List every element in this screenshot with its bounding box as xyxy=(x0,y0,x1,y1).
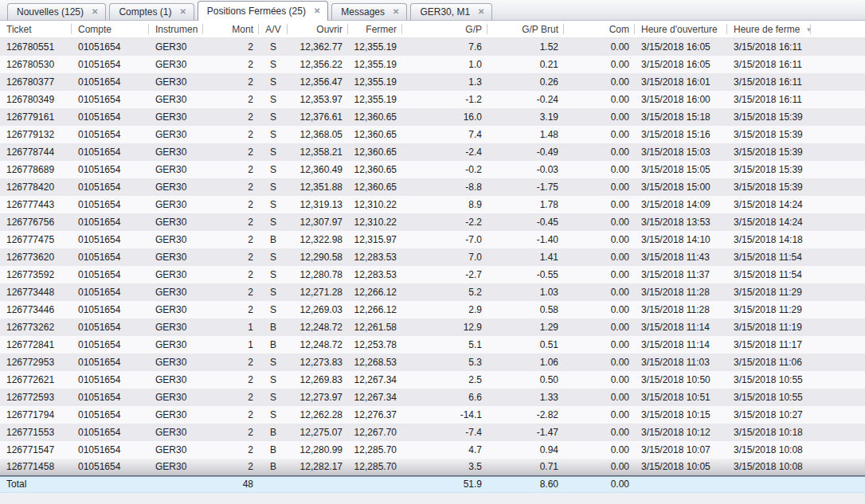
cell-av: B xyxy=(259,441,288,459)
cell-av: S xyxy=(259,371,288,389)
cell-instrument: GER30 xyxy=(149,406,203,424)
cell-com: 0.00 xyxy=(564,301,635,318)
column-header-compte[interactable]: Compte xyxy=(72,21,149,37)
cell-fermer: 12,267.34 xyxy=(348,389,402,406)
table-row[interactable]: 12677362001051654GER302S12,290.5812,283.… xyxy=(0,248,865,266)
column-header-gp_brut[interactable]: G/P Brut xyxy=(487,21,564,37)
cell-gp_brut: 0.50 xyxy=(487,371,564,389)
table-row[interactable]: 12677913201051654GER302S12,368.0512,360.… xyxy=(0,126,865,143)
cell-gp_brut: 1.41 xyxy=(487,248,564,266)
cell-heure_ferme: 3/15/2018 15:39 xyxy=(727,143,811,161)
tab-positions-fermees[interactable]: Positions Fermées (25)✕ xyxy=(198,1,328,21)
cell-ouvrir: 12,248.72 xyxy=(288,336,348,354)
cell-compte: 01051654 xyxy=(72,178,149,196)
table-row[interactable]: 12677747501051654GER302B12,322.9812,315.… xyxy=(0,231,865,248)
cell-com: 0.00 xyxy=(564,459,635,475)
cell-fermer: 12,360.65 xyxy=(348,108,402,126)
column-header-com[interactable]: Com xyxy=(564,21,635,37)
cell-heure_ferme: 3/15/2018 16:11 xyxy=(727,73,811,91)
cell-compte: 01051654 xyxy=(72,318,149,336)
tab-close-icon[interactable]: ✕ xyxy=(179,8,186,16)
column-header-label: Ouvrir xyxy=(316,24,342,35)
cell-mont: 2 xyxy=(203,38,259,56)
column-header-ticket[interactable]: Ticket xyxy=(0,21,72,37)
column-header-instrument[interactable]: Instrumen xyxy=(149,21,203,37)
tab-close-icon[interactable]: ✕ xyxy=(314,7,320,15)
table-row[interactable]: 12678055101051654GER302S12,362.7712,355.… xyxy=(0,38,865,56)
cell-com: 0.00 xyxy=(564,56,635,73)
table-row[interactable]: 12677868901051654GER302S12,360.4912,360.… xyxy=(0,161,865,178)
cell-mont: 2 xyxy=(203,161,259,178)
column-header-label: Heure d'ouverture xyxy=(641,24,718,35)
table-row[interactable]: 12677259301051654GER302S12,273.9712,267.… xyxy=(0,389,865,406)
cell-instrument: GER30 xyxy=(149,108,203,126)
table-row[interactable]: 12677675601051654GER302S12,307.9712,310.… xyxy=(0,213,865,231)
cell-fermer: 12,360.65 xyxy=(348,143,402,161)
table-row[interactable]: 12677344601051654GER302S12,269.0312,266.… xyxy=(0,301,865,318)
cell-av: S xyxy=(259,91,288,108)
cell-heure_ouverture: 3/15/2018 11:28 xyxy=(635,301,727,318)
cell-mont: 2 xyxy=(203,196,259,213)
column-header-heure_ouverture[interactable]: Heure d'ouverture xyxy=(635,21,727,37)
tab-messages[interactable]: Messages✕ xyxy=(331,3,407,20)
table-row[interactable]: 12677295301051654GER302S12,273.8312,268.… xyxy=(0,354,865,371)
cell-mont: 2 xyxy=(203,424,259,441)
cell-gp_brut: -0.45 xyxy=(487,213,564,231)
table-row[interactable]: 12678037701051654GER302S12,356.4712,355.… xyxy=(0,73,865,91)
tab-close-icon[interactable]: ✕ xyxy=(92,8,98,16)
cell-heure_ouverture: 3/15/2018 10:05 xyxy=(635,459,727,475)
cell-ticket: 126779161 xyxy=(0,108,72,126)
table-row[interactable]: 12678034901051654GER302S12,353.9712,355.… xyxy=(0,91,865,108)
table-row[interactable]: 12677179401051654GER302S12,262.2812,276.… xyxy=(0,406,865,424)
cell-mont: 2 xyxy=(203,143,259,161)
table-row[interactable]: 12677842001051654GER302S12,351.8812,360.… xyxy=(0,178,865,196)
cell-av: S xyxy=(259,108,288,126)
cell-com: 0.00 xyxy=(564,73,635,91)
column-header-heure_ferme[interactable]: Heure de ferme▼ xyxy=(727,21,811,37)
tab-nouvelles[interactable]: Nouvelles (125)✕ xyxy=(7,3,106,20)
cell-compte: 01051654 xyxy=(72,389,149,406)
table-row[interactable]: 12677155301051654GER302B12,275.0712,267.… xyxy=(0,424,865,441)
cell-instrument: GER30 xyxy=(149,301,203,318)
cell-av: B xyxy=(259,424,288,441)
table-row[interactable]: 12677359201051654GER302S12,280.7812,283.… xyxy=(0,266,865,283)
total-cell-compte xyxy=(72,477,149,492)
table-body: 12678055101051654GER302S12,362.7712,355.… xyxy=(0,38,865,476)
cell-gp_brut: -1.47 xyxy=(487,424,564,441)
cell-gp_brut: 1.33 xyxy=(487,389,564,406)
table-row[interactable]: 12677262101051654GER302S12,269.8312,267.… xyxy=(0,371,865,389)
cell-compte: 01051654 xyxy=(72,459,149,475)
column-header-ouvrir[interactable]: Ouvrir xyxy=(288,21,348,37)
tab-ger30-m1[interactable]: GER30, M1✕ xyxy=(410,3,492,20)
tab-close-icon[interactable]: ✕ xyxy=(393,8,399,16)
cell-heure_ouverture: 3/15/2018 11:14 xyxy=(635,336,727,354)
column-header-gp[interactable]: G/P xyxy=(402,21,487,37)
tab-comptes[interactable]: Comptes (1)✕ xyxy=(109,3,194,20)
table-row[interactable]: 12677326201051654GER301B12,248.7212,261.… xyxy=(0,318,865,336)
column-header-av[interactable]: A/V xyxy=(259,21,288,37)
table-row[interactable]: 12677344801051654GER302S12,271.2812,266.… xyxy=(0,283,865,301)
table-row[interactable]: 12677874401051654GER302S12,358.2112,360.… xyxy=(0,143,865,161)
table-row[interactable]: 12677744301051654GER302S12,319.1312,310.… xyxy=(0,196,865,213)
table-row[interactable]: 12677284101051654GER301B12,248.7212,253.… xyxy=(0,336,865,354)
table-row[interactable]: 12677916101051654GER302S12,376.6112,360.… xyxy=(0,108,865,126)
table-row[interactable]: 12677154701051654GER302B12,280.9912,285.… xyxy=(0,441,865,459)
cell-instrument: GER30 xyxy=(149,213,203,231)
total-cell-gp_brut: 8.60 xyxy=(487,477,564,492)
cell-heure_ouverture: 3/15/2018 11:03 xyxy=(635,354,727,371)
cell-heure_ferme: 3/15/2018 11:19 xyxy=(727,318,811,336)
cell-heure_ferme: 3/15/2018 11:17 xyxy=(727,336,811,354)
table-row[interactable]: 12677145801051654GER302B12,282.1712,285.… xyxy=(0,459,865,476)
column-header-fermer[interactable]: Fermer xyxy=(348,21,402,37)
cell-mont: 2 xyxy=(203,459,259,475)
cell-fermer: 12,267.34 xyxy=(348,371,402,389)
column-header-mont[interactable]: Mont xyxy=(203,21,259,37)
tab-close-icon[interactable]: ✕ xyxy=(478,8,484,16)
cell-gp: -1.2 xyxy=(402,91,487,108)
cell-ouvrir: 12,273.83 xyxy=(288,354,348,371)
cell-heure_ouverture: 3/15/2018 10:12 xyxy=(635,424,727,441)
table-row[interactable]: 12678053001051654GER302S12,356.2212,355.… xyxy=(0,56,865,73)
cell-heure_ferme: 3/15/2018 11:54 xyxy=(727,248,811,266)
cell-instrument: GER30 xyxy=(149,441,203,459)
cell-gp: 5.2 xyxy=(402,283,487,301)
